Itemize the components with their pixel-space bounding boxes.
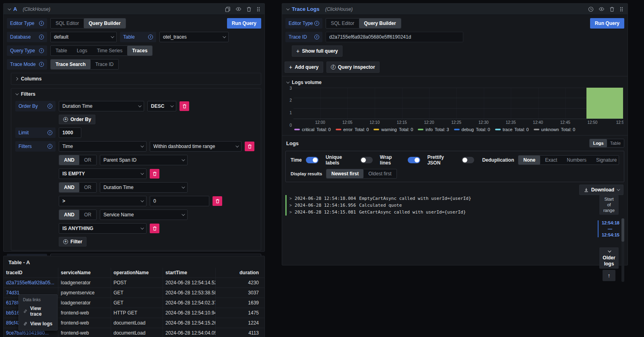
- history-icon[interactable]: [588, 6, 594, 12]
- drag-handle-icon[interactable]: [256, 6, 260, 12]
- editor-type-query-builder[interactable]: Query Builder: [84, 18, 125, 28]
- condition-field-select[interactable]: Parent Span ID: [100, 155, 188, 165]
- condition-operator-select[interactable]: IS ANYTHING: [59, 223, 147, 234]
- wrap-lines-toggle[interactable]: [408, 157, 420, 163]
- col-header-operationname[interactable]: operationName: [111, 268, 163, 277]
- condition-operator-select[interactable]: >: [59, 196, 147, 206]
- info-icon[interactable]: i: [39, 62, 44, 67]
- trace-mode-trace-search[interactable]: Trace Search: [51, 60, 91, 69]
- legend-item-unknown[interactable]: unknownTotal: 0: [534, 127, 576, 132]
- remove-condition-button[interactable]: [150, 224, 159, 233]
- table-select[interactable]: otel_traces: [159, 32, 229, 42]
- connector-and[interactable]: AND: [59, 155, 79, 165]
- limit-input[interactable]: 1000: [59, 127, 81, 138]
- query-type-time-series[interactable]: Time Series: [92, 46, 128, 55]
- editor-type-query-builder[interactable]: Query Builder: [359, 18, 400, 28]
- col-header-traceid[interactable]: traceID: [4, 268, 58, 277]
- show-full-query-button[interactable]: + Show full query: [292, 45, 343, 57]
- order-by-direction-select[interactable]: DESC: [147, 101, 176, 111]
- condition-field-select[interactable]: Service Name: [100, 210, 188, 220]
- info-icon[interactable]: i: [148, 35, 153, 39]
- columns-section[interactable]: Columns: [11, 73, 261, 85]
- add-query-button[interactable]: + Add query: [285, 62, 323, 73]
- editor-type-sql-editor[interactable]: SQL Editor: [51, 18, 84, 28]
- legend-item-debug[interactable]: debugTotal: 0: [454, 127, 490, 132]
- condition-field-select[interactable]: Duration Time: [100, 182, 188, 193]
- view-table-option[interactable]: Table: [607, 139, 624, 147]
- copy-icon[interactable]: [225, 6, 231, 12]
- connector-or[interactable]: OR: [79, 210, 96, 220]
- logs-scrollbar[interactable]: [621, 218, 624, 282]
- dedup-exact[interactable]: Exact: [540, 156, 562, 164]
- filter-field-select[interactable]: Time: [59, 141, 147, 152]
- trace-mode-trace-id[interactable]: Trace ID: [91, 60, 119, 69]
- remove-order-by-button[interactable]: [180, 101, 189, 111]
- editor-type-sql-editor[interactable]: SQL Editor: [326, 18, 359, 28]
- log-row[interactable]: > 2024-06-28 12:54:15.081 GetCartAsync c…: [285, 209, 576, 216]
- chevron-right-icon[interactable]: >: [289, 196, 292, 201]
- logs-volume-header[interactable]: Logs volume: [286, 80, 624, 85]
- query-type-traces[interactable]: Traces: [127, 46, 152, 55]
- condition-operator-select[interactable]: IS EMPTY: [59, 168, 147, 179]
- collapse-chevron-icon[interactable]: [286, 7, 289, 10]
- run-query-button[interactable]: Run Query: [590, 18, 624, 29]
- info-icon[interactable]: i: [314, 21, 319, 26]
- connector-or[interactable]: OR: [79, 155, 96, 165]
- query-row-header[interactable]: Trace Logs (ClickHouse): [282, 4, 627, 15]
- download-button[interactable]: Download: [579, 185, 623, 195]
- time-toggle[interactable]: [306, 157, 318, 163]
- remove-filter-button[interactable]: [245, 142, 254, 151]
- legend-item-trace[interactable]: traceTotal: 0: [495, 127, 529, 132]
- col-header-starttime[interactable]: startTime: [163, 268, 216, 277]
- log-row[interactable]: > 2024-06-28 12:54:18.004 EmptyCartAsync…: [285, 195, 576, 202]
- newest-first-option[interactable]: Newest first: [326, 169, 363, 178]
- dedup-none[interactable]: None: [518, 156, 540, 164]
- col-header-servicename[interactable]: serviceName: [58, 268, 111, 277]
- plot-area[interactable]: [293, 88, 623, 119]
- condition-value-input[interactable]: 0: [150, 196, 209, 206]
- prettify-json-toggle[interactable]: [462, 157, 474, 163]
- scroll-to-top-button[interactable]: ↑: [603, 270, 615, 281]
- query-type-table[interactable]: Table: [51, 46, 72, 55]
- log-row[interactable]: > 2024-06-28 12:54:16.956 Calculated quo…: [285, 202, 576, 209]
- remove-condition-button[interactable]: [150, 169, 159, 179]
- info-icon[interactable]: i: [47, 144, 52, 149]
- eye-icon[interactable]: [235, 6, 242, 12]
- add-filter-button[interactable]: + Filter: [59, 237, 87, 247]
- add-order-by-button[interactable]: + Order By: [59, 115, 95, 124]
- view-logs-menu-item[interactable]: View logs: [19, 319, 57, 329]
- chevron-right-icon[interactable]: >: [289, 203, 292, 208]
- legend-item-critical[interactable]: criticalTotal: 0: [294, 127, 331, 132]
- info-icon[interactable]: i: [39, 48, 44, 53]
- dedup-numbers[interactable]: Numbers: [562, 156, 591, 164]
- chevron-right-icon[interactable]: >: [289, 210, 292, 214]
- collapse-chevron-icon[interactable]: [8, 7, 11, 10]
- legend-item-info[interactable]: infoTotal: 3: [418, 127, 449, 132]
- query-type-logs[interactable]: Logs: [72, 46, 92, 55]
- legend-item-error[interactable]: errorTotal: 0: [336, 127, 369, 132]
- query-inspector-button[interactable]: i Query inspector: [326, 62, 380, 73]
- connector-and[interactable]: AND: [59, 183, 79, 192]
- trace-id-link[interactable]: d2a7155ef6a928a05...: [4, 278, 58, 288]
- order-by-field-select[interactable]: Duration Time: [59, 101, 144, 111]
- view-logs-option[interactable]: Logs: [590, 139, 607, 147]
- trash-icon[interactable]: [246, 6, 252, 12]
- older-logs-button[interactable]: Older logs: [599, 247, 619, 269]
- view-trace-menu-item[interactable]: View trace: [19, 304, 57, 319]
- filters-section-header[interactable]: Filters: [15, 91, 257, 97]
- query-row-header[interactable]: A (ClickHouse): [4, 4, 264, 15]
- unique-labels-toggle[interactable]: [360, 157, 373, 163]
- connector-or[interactable]: OR: [79, 183, 96, 192]
- info-logs-bar[interactable]: [586, 88, 623, 119]
- trace-id-input[interactable]: d2a7155ef6a928a05680e5ff6190241d: [326, 32, 463, 42]
- info-icon[interactable]: i: [314, 35, 319, 39]
- log-range-timeline[interactable]: 12:54:18 — 12:54:15: [598, 220, 619, 237]
- col-header-duration[interactable]: duration: [216, 268, 264, 277]
- filter-operator-select[interactable]: Within dashboard time range: [150, 141, 242, 152]
- run-query-button[interactable]: Run Query: [227, 18, 261, 29]
- oldest-first-option[interactable]: Oldest first: [363, 169, 396, 178]
- info-icon[interactable]: i: [47, 130, 52, 135]
- info-icon[interactable]: i: [39, 21, 44, 26]
- trash-icon[interactable]: [609, 6, 615, 12]
- remove-condition-button[interactable]: [213, 196, 222, 206]
